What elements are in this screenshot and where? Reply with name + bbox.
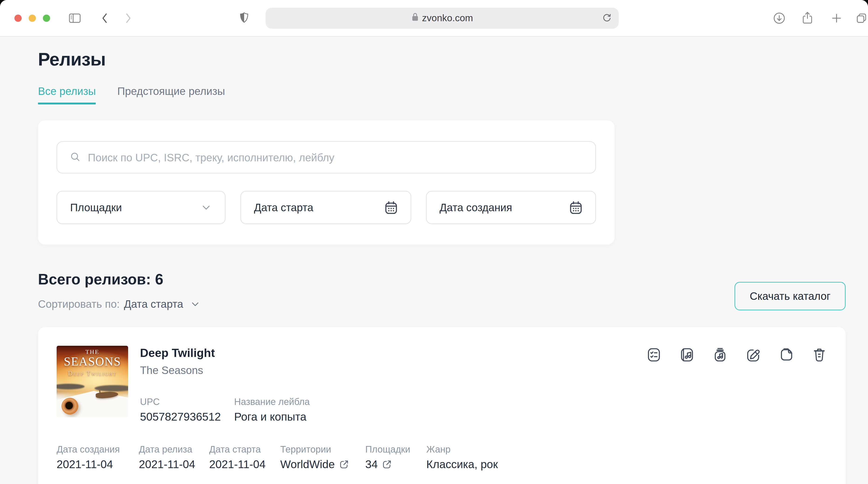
label-name-value: Рога и копыта bbox=[234, 410, 310, 423]
page-title: Релизы bbox=[38, 49, 846, 70]
downloads-icon[interactable] bbox=[773, 12, 785, 25]
cover-title-main: SEASONS bbox=[57, 354, 128, 368]
sort-label: Сортировать по: bbox=[38, 298, 120, 310]
zoom-window-button[interactable] bbox=[43, 15, 50, 22]
back-button-icon[interactable] bbox=[100, 12, 110, 24]
filter-row: Площадки Дата старта bbox=[57, 191, 596, 224]
duplicate-icon[interactable] bbox=[779, 347, 794, 363]
label-name-label: Название лейбла bbox=[234, 397, 310, 407]
tracklist-icon[interactable] bbox=[646, 347, 661, 363]
external-link-icon[interactable] bbox=[381, 459, 393, 470]
reload-icon[interactable] bbox=[601, 12, 612, 24]
new-tab-icon[interactable] bbox=[831, 12, 842, 24]
search-input[interactable] bbox=[87, 142, 589, 173]
start-date-filter-label: Дата старта bbox=[254, 201, 313, 214]
edit-icon[interactable] bbox=[745, 347, 761, 363]
share-icon[interactable] bbox=[801, 11, 813, 25]
browser-toolbar: zvonko.com bbox=[0, 0, 868, 37]
minimize-window-button[interactable] bbox=[29, 15, 36, 22]
creation-date-filter-label: Дата создания bbox=[440, 201, 512, 214]
detail-territories: Территории WorldWide bbox=[280, 444, 365, 471]
release-info: Deep Twilight The Seasons UPC 5057827936… bbox=[140, 346, 310, 423]
page-content: Релизы Все релизы Предстоящие релизы Пло… bbox=[0, 49, 868, 484]
release-artist: The Seasons bbox=[140, 364, 310, 376]
upc-label: UPC bbox=[140, 397, 234, 407]
detail-label: Дата релиза bbox=[139, 444, 209, 455]
detail-value: 2021-11-04 bbox=[57, 458, 139, 471]
calendar-icon bbox=[568, 200, 583, 215]
address-bar[interactable]: zvonko.com bbox=[266, 8, 619, 29]
start-date-filter[interactable]: Дата старта bbox=[240, 191, 411, 224]
privacy-shield-icon[interactable] bbox=[238, 12, 250, 25]
detail-label: Дата создания bbox=[57, 444, 139, 455]
detail-genre: Жанр Классика, рок bbox=[426, 444, 498, 471]
sidebar-toggle-icon[interactable] bbox=[68, 12, 81, 24]
album-icon[interactable] bbox=[679, 347, 695, 363]
platforms-filter[interactable]: Площадки bbox=[57, 191, 225, 224]
detail-value: 34 bbox=[365, 458, 426, 471]
release-card: THE SEASONS Deep Twilight Deep Twilight … bbox=[38, 327, 846, 484]
upc-value: 5057827936512 bbox=[140, 410, 234, 423]
tab-overview-icon[interactable] bbox=[856, 12, 868, 24]
forward-button-icon[interactable] bbox=[123, 12, 133, 24]
search-icon bbox=[70, 151, 81, 164]
tab-all-releases[interactable]: Все релизы bbox=[38, 85, 96, 105]
release-details-row: Дата создания 2021-11-04 Дата релиза 202… bbox=[57, 444, 827, 471]
label-column: Название лейбла Рога и копыта bbox=[234, 397, 310, 423]
cover-subtitle: Deep Twilight bbox=[57, 370, 128, 377]
platforms-filter-label: Площадки bbox=[70, 201, 122, 214]
detail-platforms: Площадки 34 bbox=[365, 444, 426, 471]
detail-label: Дата старта bbox=[209, 444, 280, 455]
url-text: zvonko.com bbox=[422, 12, 473, 24]
chevron-down-icon[interactable] bbox=[189, 298, 201, 310]
external-link-icon[interactable] bbox=[339, 459, 350, 470]
detail-value: Классика, рок bbox=[426, 458, 498, 471]
close-window-button[interactable] bbox=[14, 15, 22, 22]
cover-island-shape bbox=[57, 384, 85, 390]
music-jar-icon[interactable] bbox=[712, 347, 728, 363]
detail-creation-date: Дата создания 2021-11-04 bbox=[57, 444, 139, 471]
filters-panel: Площадки Дата старта bbox=[38, 120, 615, 245]
total-releases-text: Всего релизов: 6 bbox=[38, 271, 201, 288]
cover-text: THE SEASONS Deep Twilight bbox=[57, 348, 128, 377]
detail-label: Площадки bbox=[365, 444, 426, 455]
summary-left: Всего релизов: 6 Сортировать по: Дата ст… bbox=[38, 271, 201, 310]
detail-value: WorldWide bbox=[280, 458, 365, 471]
address-bar-content: zvonko.com bbox=[411, 12, 473, 24]
tab-upcoming-releases[interactable]: Предстоящие релизы bbox=[117, 85, 225, 105]
detail-start-date: Дата старта 2021-11-04 bbox=[209, 444, 280, 471]
summary-row: Всего релизов: 6 Сортировать по: Дата ст… bbox=[38, 271, 846, 310]
window-controls bbox=[14, 15, 50, 22]
browser-window: zvonko.com bbox=[0, 0, 868, 484]
album-cover: THE SEASONS Deep Twilight bbox=[57, 346, 128, 417]
release-meta: UPC 5057827936512 Название лейбла Рога и… bbox=[140, 397, 310, 423]
delete-icon[interactable] bbox=[812, 347, 827, 363]
calendar-icon bbox=[384, 200, 399, 215]
detail-label: Территории bbox=[280, 444, 365, 455]
creation-date-filter[interactable]: Дата создания bbox=[426, 191, 596, 224]
release-card-header: THE SEASONS Deep Twilight Deep Twilight … bbox=[57, 346, 827, 423]
detail-value: 2021-11-04 bbox=[139, 458, 209, 471]
detail-release-date: Дата релиза 2021-11-04 bbox=[139, 444, 209, 471]
detail-label: Жанр bbox=[426, 444, 498, 455]
chevron-down-icon bbox=[199, 201, 213, 214]
release-tabs: Все релизы Предстоящие релизы bbox=[38, 85, 846, 105]
lock-icon bbox=[411, 12, 419, 24]
search-box bbox=[57, 141, 596, 173]
download-catalog-button[interactable]: Скачать каталог bbox=[735, 282, 846, 310]
release-title: Deep Twilight bbox=[140, 346, 310, 360]
release-actions bbox=[646, 346, 827, 423]
detail-value: 2021-11-04 bbox=[209, 458, 280, 471]
upc-column: UPC 5057827936512 bbox=[140, 397, 234, 423]
sort-control: Сортировать по: Дата старта bbox=[38, 298, 201, 310]
sort-value[interactable]: Дата старта bbox=[124, 298, 183, 310]
